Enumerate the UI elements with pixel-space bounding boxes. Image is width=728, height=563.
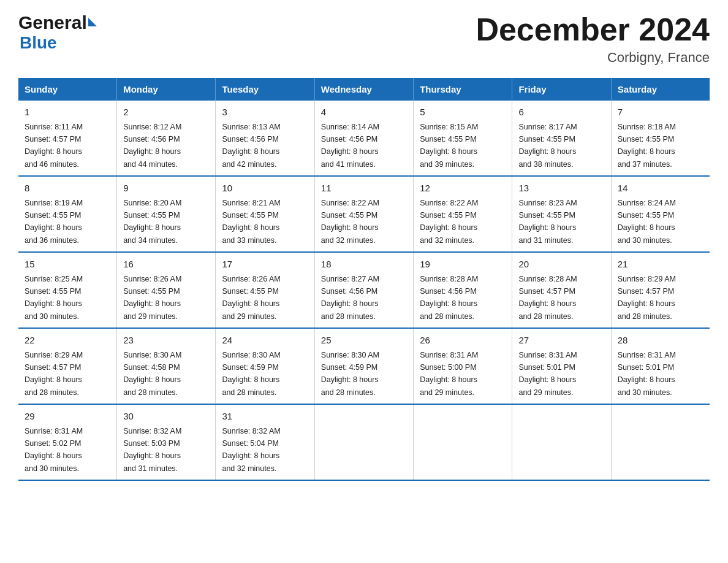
day-number: 5 — [420, 105, 506, 120]
day-info: Sunrise: 8:24 AMSunset: 4:55 PMDaylight:… — [618, 199, 676, 245]
day-info: Sunrise: 8:29 AMSunset: 4:57 PMDaylight:… — [25, 351, 83, 397]
day-info: Sunrise: 8:20 AMSunset: 4:55 PMDaylight:… — [123, 199, 181, 245]
day-number: 8 — [25, 182, 110, 196]
day-cell: 23 Sunrise: 8:30 AMSunset: 4:58 PMDaylig… — [117, 328, 216, 404]
day-number: 29 — [25, 410, 110, 424]
day-number: 20 — [518, 258, 604, 272]
day-cell: 28 Sunrise: 8:31 AMSunset: 5:01 PMDaylig… — [611, 328, 710, 404]
day-info: Sunrise: 8:29 AMSunset: 4:57 PMDaylight:… — [618, 275, 676, 321]
header-sunday: Sunday — [18, 78, 117, 101]
day-info: Sunrise: 8:26 AMSunset: 4:55 PMDaylight:… — [222, 275, 280, 321]
day-info: Sunrise: 8:31 AMSunset: 5:01 PMDaylight:… — [618, 351, 676, 397]
day-cell: 17 Sunrise: 8:26 AMSunset: 4:55 PMDaylig… — [216, 252, 314, 328]
day-number: 7 — [618, 105, 703, 120]
day-cell: 9 Sunrise: 8:20 AMSunset: 4:55 PMDayligh… — [117, 176, 216, 252]
title-section: December 2024 Corbigny, France — [476, 12, 710, 66]
day-info: Sunrise: 8:26 AMSunset: 4:55 PMDaylight:… — [123, 275, 181, 321]
day-info: Sunrise: 8:19 AMSunset: 4:55 PMDaylight:… — [25, 199, 83, 245]
day-number: 28 — [618, 334, 703, 348]
logo-blue: Blue — [20, 33, 97, 53]
day-number: 24 — [222, 334, 308, 348]
day-number: 26 — [420, 334, 506, 348]
calendar-table: SundayMondayTuesdayWednesdayThursdayFrid… — [18, 78, 710, 481]
day-number: 19 — [420, 258, 506, 272]
day-info: Sunrise: 8:30 AMSunset: 4:58 PMDaylight:… — [123, 351, 181, 397]
day-cell: 13 Sunrise: 8:23 AMSunset: 4:55 PMDaylig… — [512, 176, 611, 252]
day-number: 27 — [518, 334, 604, 348]
day-number: 31 — [222, 410, 308, 424]
day-cell: 22 Sunrise: 8:29 AMSunset: 4:57 PMDaylig… — [18, 328, 117, 404]
day-cell: 20 Sunrise: 8:28 AMSunset: 4:57 PMDaylig… — [512, 252, 611, 328]
day-cell — [512, 404, 611, 480]
day-number: 14 — [618, 182, 703, 196]
week-row-5: 29 Sunrise: 8:31 AMSunset: 5:02 PMDaylig… — [18, 404, 710, 480]
header-tuesday: Tuesday — [216, 78, 314, 101]
day-cell: 25 Sunrise: 8:30 AMSunset: 4:59 PMDaylig… — [314, 328, 413, 404]
day-cell: 27 Sunrise: 8:31 AMSunset: 5:01 PMDaylig… — [512, 328, 611, 404]
day-info: Sunrise: 8:30 AMSunset: 4:59 PMDaylight:… — [321, 351, 379, 397]
day-info: Sunrise: 8:32 AMSunset: 5:04 PMDaylight:… — [222, 427, 280, 473]
day-info: Sunrise: 8:23 AMSunset: 4:55 PMDaylight:… — [518, 199, 577, 245]
day-cell: 30 Sunrise: 8:32 AMSunset: 5:03 PMDaylig… — [117, 404, 216, 480]
day-cell: 6 Sunrise: 8:17 AMSunset: 4:55 PMDayligh… — [512, 101, 611, 176]
day-number: 1 — [25, 105, 110, 120]
day-cell: 16 Sunrise: 8:26 AMSunset: 4:55 PMDaylig… — [117, 252, 216, 328]
day-number: 22 — [25, 334, 110, 348]
day-number: 30 — [123, 410, 209, 424]
day-info: Sunrise: 8:12 AMSunset: 4:56 PMDaylight:… — [123, 123, 181, 169]
day-cell: 10 Sunrise: 8:21 AMSunset: 4:55 PMDaylig… — [216, 176, 314, 252]
header-friday: Friday — [512, 78, 611, 101]
day-number: 10 — [222, 182, 308, 196]
day-info: Sunrise: 8:17 AMSunset: 4:55 PMDaylight:… — [518, 123, 577, 169]
week-row-2: 8 Sunrise: 8:19 AMSunset: 4:55 PMDayligh… — [18, 176, 710, 252]
day-cell — [414, 404, 512, 480]
logo-general: General — [18, 12, 87, 33]
day-info: Sunrise: 8:32 AMSunset: 5:03 PMDaylight:… — [123, 427, 181, 473]
day-cell: 7 Sunrise: 8:18 AMSunset: 4:55 PMDayligh… — [611, 101, 710, 176]
week-row-4: 22 Sunrise: 8:29 AMSunset: 4:57 PMDaylig… — [18, 328, 710, 404]
day-cell: 3 Sunrise: 8:13 AMSunset: 4:56 PMDayligh… — [216, 101, 314, 176]
day-info: Sunrise: 8:28 AMSunset: 4:56 PMDaylight:… — [420, 275, 478, 321]
day-cell: 8 Sunrise: 8:19 AMSunset: 4:55 PMDayligh… — [18, 176, 117, 252]
day-info: Sunrise: 8:13 AMSunset: 4:56 PMDaylight:… — [222, 123, 280, 169]
day-cell: 14 Sunrise: 8:24 AMSunset: 4:55 PMDaylig… — [611, 176, 710, 252]
day-cell: 18 Sunrise: 8:27 AMSunset: 4:56 PMDaylig… — [314, 252, 413, 328]
day-cell — [314, 404, 413, 480]
day-cell: 24 Sunrise: 8:30 AMSunset: 4:59 PMDaylig… — [216, 328, 314, 404]
day-cell: 29 Sunrise: 8:31 AMSunset: 5:02 PMDaylig… — [18, 404, 117, 480]
day-number: 9 — [123, 182, 209, 196]
header-saturday: Saturday — [611, 78, 710, 101]
day-cell: 26 Sunrise: 8:31 AMSunset: 5:00 PMDaylig… — [414, 328, 512, 404]
week-row-3: 15 Sunrise: 8:25 AMSunset: 4:55 PMDaylig… — [18, 252, 710, 328]
day-cell: 19 Sunrise: 8:28 AMSunset: 4:56 PMDaylig… — [414, 252, 512, 328]
day-cell — [611, 404, 710, 480]
day-number: 13 — [518, 182, 604, 196]
day-number: 4 — [321, 105, 407, 120]
week-row-1: 1 Sunrise: 8:11 AMSunset: 4:57 PMDayligh… — [18, 101, 710, 176]
day-info: Sunrise: 8:15 AMSunset: 4:55 PMDaylight:… — [420, 123, 478, 169]
logo-triangle-icon — [88, 18, 97, 26]
header-wednesday: Wednesday — [314, 78, 413, 101]
page-header: General Blue December 2024 Corbigny, Fra… — [18, 12, 710, 66]
day-info: Sunrise: 8:30 AMSunset: 4:59 PMDaylight:… — [222, 351, 280, 397]
day-info: Sunrise: 8:18 AMSunset: 4:55 PMDaylight:… — [618, 123, 676, 169]
day-number: 15 — [25, 258, 110, 272]
day-number: 25 — [321, 334, 407, 348]
day-cell: 21 Sunrise: 8:29 AMSunset: 4:57 PMDaylig… — [611, 252, 710, 328]
logo: General Blue — [18, 12, 97, 53]
day-info: Sunrise: 8:14 AMSunset: 4:56 PMDaylight:… — [321, 123, 379, 169]
day-cell: 1 Sunrise: 8:11 AMSunset: 4:57 PMDayligh… — [18, 101, 117, 176]
day-cell: 4 Sunrise: 8:14 AMSunset: 4:56 PMDayligh… — [314, 101, 413, 176]
calendar-header-row: SundayMondayTuesdayWednesdayThursdayFrid… — [18, 78, 710, 101]
day-number: 17 — [222, 258, 308, 272]
day-info: Sunrise: 8:31 AMSunset: 5:01 PMDaylight:… — [518, 351, 577, 397]
day-number: 3 — [222, 105, 308, 120]
day-number: 18 — [321, 258, 407, 272]
day-number: 2 — [123, 105, 209, 120]
day-cell: 2 Sunrise: 8:12 AMSunset: 4:56 PMDayligh… — [117, 101, 216, 176]
day-info: Sunrise: 8:25 AMSunset: 4:55 PMDaylight:… — [25, 275, 83, 321]
day-cell: 12 Sunrise: 8:22 AMSunset: 4:55 PMDaylig… — [414, 176, 512, 252]
day-info: Sunrise: 8:21 AMSunset: 4:55 PMDaylight:… — [222, 199, 280, 245]
header-thursday: Thursday — [414, 78, 512, 101]
header-monday: Monday — [117, 78, 216, 101]
